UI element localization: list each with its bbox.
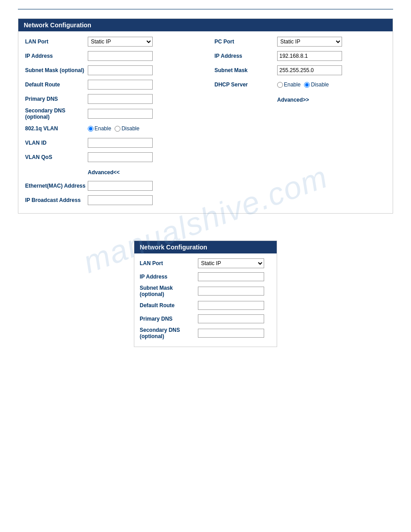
lan-subnet-input[interactable] xyxy=(88,65,153,75)
lan-ethernet-mac-row: Ethernet(MAC) Address xyxy=(25,180,197,192)
bottom-config-header: Network Configuration xyxy=(134,241,277,253)
top-divider xyxy=(18,9,393,9)
pc-column: PC Port Static IP DHCP IP Address Subnet… xyxy=(214,36,386,209)
lan-secondary-dns-row: Secondary DNS (optional) xyxy=(25,107,197,120)
top-config-title: Network Configuration xyxy=(24,21,91,29)
bottom-lan-port-label: LAN Port xyxy=(140,260,198,266)
lan-vlan-label: 802.1q VLAN xyxy=(25,125,88,132)
lan-vlan-enable-radio[interactable] xyxy=(88,126,94,132)
lan-primary-dns-input[interactable] xyxy=(88,94,153,104)
pc-dhcp-disable-label[interactable]: Disable xyxy=(304,82,329,88)
bottom-secondary-dns-row: Secondary DNS (optional) xyxy=(140,327,271,339)
pc-ip-label: IP Address xyxy=(214,53,277,59)
bottom-config-title: Network Configuration xyxy=(140,244,207,251)
pc-port-row: PC Port Static IP DHCP xyxy=(214,36,386,47)
bottom-secondary-dns-label: Secondary DNS (optional) xyxy=(140,327,198,339)
lan-port-label: LAN Port xyxy=(25,39,88,45)
pc-dhcp-label: DHCP Server xyxy=(214,82,277,88)
bottom-subnet-row: Subnet Mask (optional) xyxy=(140,285,271,297)
pc-dhcp-radio-group: Enable Disable xyxy=(277,82,329,88)
bottom-secondary-dns-input[interactable] xyxy=(198,329,264,338)
lan-default-route-row: Default Route xyxy=(25,79,197,90)
lan-column: LAN Port Static IP DHCP PPPoE IP Address… xyxy=(25,36,197,209)
pc-dhcp-enable-radio[interactable] xyxy=(277,82,283,88)
lan-vlan-qos-row: VLAN QoS xyxy=(25,151,197,163)
lan-ip-broadcast-label: IP Broadcast Address xyxy=(25,197,88,203)
lan-ip-row: IP Address xyxy=(25,50,197,62)
bottom-primary-dns-row: Primary DNS xyxy=(140,313,271,324)
bottom-ip-label: IP Address xyxy=(140,274,198,280)
bottom-ip-row: IP Address xyxy=(140,271,271,282)
pc-subnet-row: Subnet Mask xyxy=(214,64,386,76)
lan-vlan-enable-text: Enable xyxy=(94,125,111,132)
bottom-network-config-box: Network Configuration LAN Port Static IP… xyxy=(134,240,277,347)
lan-vlan-disable-text: Disable xyxy=(121,125,139,132)
lan-port-row: LAN Port Static IP DHCP PPPoE xyxy=(25,36,197,47)
bottom-config-wrapper: Network Configuration LAN Port Static IP… xyxy=(18,227,393,347)
bottom-primary-dns-input[interactable] xyxy=(198,314,264,323)
pc-dhcp-enable-label[interactable]: Enable xyxy=(277,82,300,88)
lan-vlan-qos-label: VLAN QoS xyxy=(25,154,88,160)
lan-vlan-disable-label[interactable]: Disable xyxy=(115,125,139,132)
top-config-header: Network Configuration xyxy=(18,19,393,31)
lan-subnet-row: Subnet Mask (optional) xyxy=(25,64,197,76)
pc-dhcp-enable-text: Enable xyxy=(284,82,300,88)
bottom-primary-dns-label: Primary DNS xyxy=(140,316,198,322)
lan-default-route-label: Default Route xyxy=(25,82,88,88)
lan-default-route-input[interactable] xyxy=(88,80,153,90)
bottom-lan-port-row: LAN Port Static IP DHCP PPPoE xyxy=(140,258,271,269)
bottom-subnet-input[interactable] xyxy=(198,287,264,296)
pc-ip-input[interactable] xyxy=(277,51,342,61)
pc-advanced-more-link[interactable]: Advanced>> xyxy=(277,97,309,103)
lan-vlan-disable-radio[interactable] xyxy=(115,126,120,132)
lan-ip-broadcast-row: IP Broadcast Address xyxy=(25,194,197,206)
lan-vlan-qos-input[interactable] xyxy=(88,152,153,162)
bottom-lan-port-select[interactable]: Static IP DHCP PPPoE xyxy=(198,258,264,268)
lan-primary-dns-row: Primary DNS xyxy=(25,93,197,105)
lan-ip-label: IP Address xyxy=(25,53,88,59)
pc-port-select[interactable]: Static IP DHCP xyxy=(277,37,342,47)
bottom-subnet-label: Subnet Mask (optional) xyxy=(140,285,198,297)
lan-ip-broadcast-input[interactable] xyxy=(88,195,153,205)
bottom-ip-input[interactable] xyxy=(198,272,264,281)
lan-ethernet-mac-input[interactable] xyxy=(88,181,153,191)
pc-dhcp-row: DHCP Server Enable Disable xyxy=(214,79,386,90)
lan-vlan-radio-group: Enable Disable xyxy=(88,125,139,132)
pc-advanced-more-row: Advanced>> xyxy=(214,93,386,105)
lan-primary-dns-label: Primary DNS xyxy=(25,96,88,102)
pc-dhcp-disable-text: Disable xyxy=(311,82,329,88)
pc-port-label: PC Port xyxy=(214,39,277,45)
lan-vlan-id-label: VLAN ID xyxy=(25,140,88,146)
lan-vlan-row: 802.1q VLAN Enable Disable xyxy=(25,123,197,134)
bottom-default-route-label: Default Route xyxy=(140,302,198,309)
lan-advanced-less-link[interactable]: Advanced<< xyxy=(88,169,120,176)
lan-subnet-label: Subnet Mask (optional) xyxy=(25,67,88,73)
top-network-config-box: Network Configuration LAN Port Static IP… xyxy=(18,18,393,214)
lan-advanced-less-row: Advanced<< xyxy=(25,166,197,177)
bottom-default-route-input[interactable] xyxy=(198,301,264,310)
lan-vlan-enable-label[interactable]: Enable xyxy=(88,125,111,132)
lan-vlan-id-row: VLAN ID xyxy=(25,137,197,149)
bottom-config-body: LAN Port Static IP DHCP PPPoE IP Address… xyxy=(134,253,277,347)
pc-subnet-label: Subnet Mask xyxy=(214,67,277,73)
bottom-default-route-row: Default Route xyxy=(140,300,271,311)
lan-secondary-dns-label: Secondary DNS (optional) xyxy=(25,107,88,120)
lan-ip-input[interactable] xyxy=(88,51,153,61)
lan-port-select[interactable]: Static IP DHCP PPPoE xyxy=(88,37,153,47)
pc-ip-row: IP Address xyxy=(214,50,386,62)
lan-secondary-dns-input[interactable] xyxy=(88,109,153,119)
pc-dhcp-disable-radio[interactable] xyxy=(304,82,310,88)
pc-subnet-input[interactable] xyxy=(277,65,342,75)
lan-vlan-id-input[interactable] xyxy=(88,138,153,148)
lan-ethernet-mac-label: Ethernet(MAC) Address xyxy=(25,183,88,189)
